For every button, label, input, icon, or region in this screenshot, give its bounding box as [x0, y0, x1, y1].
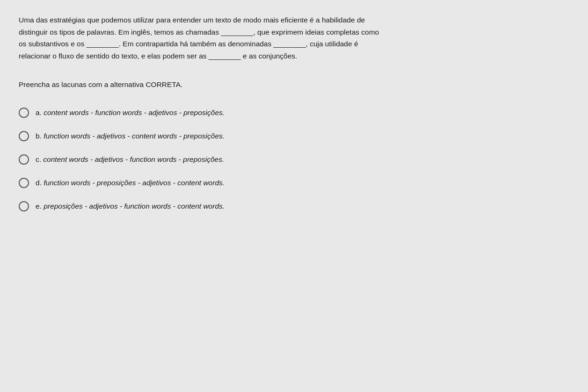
radio-d[interactable]	[19, 178, 29, 188]
radio-e[interactable]	[19, 201, 29, 211]
option-label-e: e. preposições - adjetivos - function wo…	[36, 202, 225, 211]
question-line1: Uma das estratégias que podemos utilizar…	[19, 16, 365, 24]
options-container: a. content words - function words - adje…	[19, 108, 569, 211]
question-line2: distinguir os tipos de palavras. Em ingl…	[19, 28, 379, 36]
option-c[interactable]: c. content words - adjetivos - function …	[19, 154, 569, 165]
option-label-d: d. function words - preposições - adjeti…	[36, 179, 225, 187]
option-a[interactable]: a. content words - function words - adje…	[19, 108, 569, 118]
radio-b[interactable]	[19, 131, 29, 141]
question-line4: relacionar o fluxo de sentido do texto, …	[19, 52, 297, 60]
option-d[interactable]: d. function words - preposições - adjeti…	[19, 178, 569, 188]
option-label-c: c. content words - adjetivos - function …	[36, 155, 224, 164]
option-label-b: b. function words - adjetivos - content …	[36, 132, 225, 140]
question-text: Uma das estratégias que podemos utilizar…	[19, 14, 533, 62]
question-line3: os substantivos e os ________. Em contra…	[19, 40, 358, 48]
radio-c[interactable]	[19, 154, 29, 165]
option-label-a: a. content words - function words - adje…	[36, 109, 225, 117]
option-e[interactable]: e. preposições - adjetivos - function wo…	[19, 201, 569, 211]
instruction-text: Preencha as lacunas com a alternativa CO…	[19, 80, 569, 89]
radio-a[interactable]	[19, 108, 29, 118]
option-b[interactable]: b. function words - adjetivos - content …	[19, 131, 569, 141]
